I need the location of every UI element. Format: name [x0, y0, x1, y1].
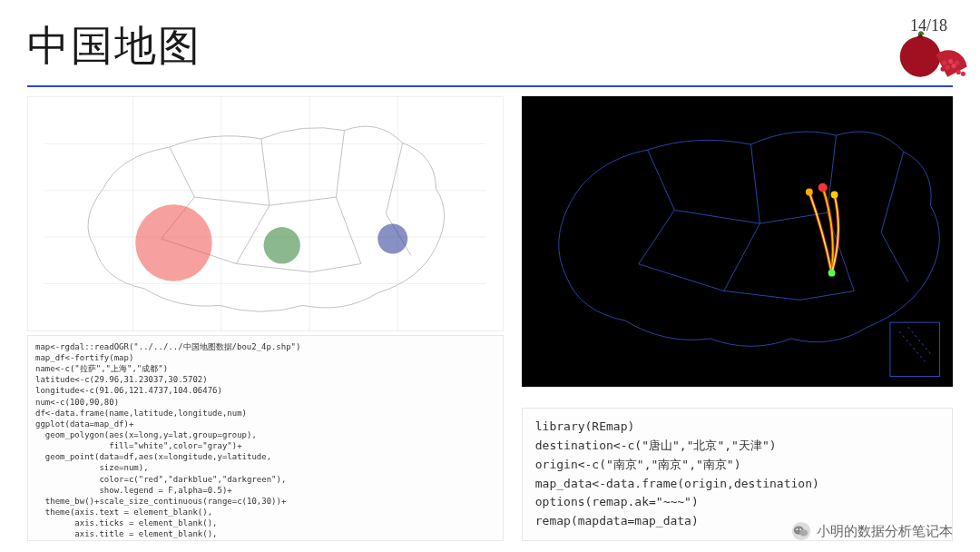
svg-point-0	[900, 36, 941, 77]
svg-rect-18	[522, 98, 953, 386]
svg-point-7	[961, 72, 965, 76]
pomegranate-icon	[893, 24, 971, 82]
watermark: 小明的数据分析笔记本	[791, 521, 953, 541]
china-map-dark	[522, 96, 953, 387]
content-row: map<-rgdal::readOGR("../../../中国地图数据/bou…	[27, 96, 953, 541]
svg-point-2	[948, 59, 953, 64]
svg-point-1	[942, 61, 946, 65]
svg-point-20	[828, 270, 835, 277]
svg-point-8	[956, 70, 961, 74]
svg-rect-9	[44, 97, 485, 330]
left-column: map<-rgdal::readOGR("../../../中国地图数据/bou…	[27, 96, 504, 541]
svg-point-21	[818, 183, 827, 192]
right-column: library(REmap) destination<-c("唐山","北京",…	[522, 96, 953, 541]
svg-point-3	[946, 65, 950, 70]
svg-point-26	[799, 529, 808, 536]
watermark-text: 小明的数据分析笔记本	[817, 523, 953, 540]
slide-title: 中国地图	[27, 18, 201, 74]
svg-point-5	[955, 61, 959, 65]
svg-point-22	[806, 189, 813, 196]
header: 中国地图 14/18	[27, 9, 953, 74]
bubble-shanghai	[377, 223, 407, 253]
china-map-light	[27, 96, 504, 331]
wechat-icon	[791, 521, 811, 541]
svg-point-6	[940, 66, 945, 71]
bubble-chengdu	[264, 227, 300, 263]
title-divider	[27, 85, 953, 87]
bubble-lhasa	[135, 204, 211, 281]
svg-point-27	[797, 528, 799, 530]
svg-point-23	[830, 192, 838, 199]
svg-point-28	[799, 528, 801, 530]
code-block-ggplot: map<-rgdal::readOGR("../../../中国地图数据/bou…	[27, 335, 504, 541]
slide: 中国地图 14/18	[0, 0, 980, 552]
